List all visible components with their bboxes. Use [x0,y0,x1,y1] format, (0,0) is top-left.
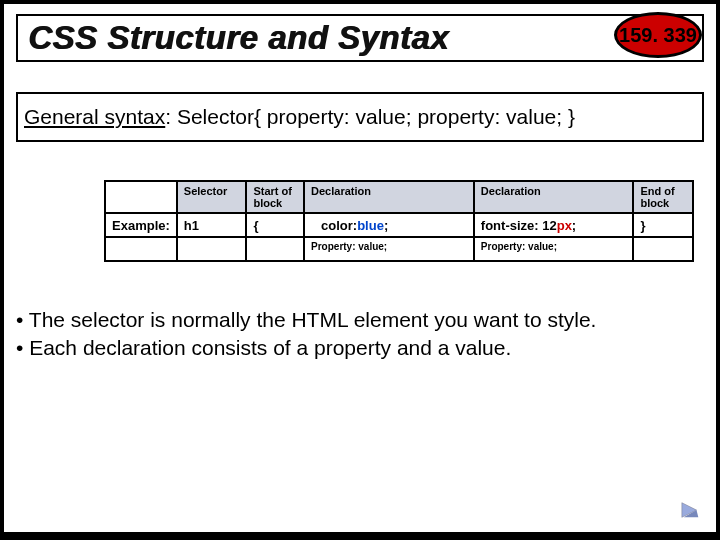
slide: CSS Structure and Syntax 159. 339 Genera… [0,0,720,540]
decl2-value: px [557,218,572,233]
example-selector: h1 [177,213,247,237]
footer-pv1: Property: value; [304,237,474,261]
course-badge: 159. 339 [614,12,702,58]
decl2-prefix: font-size: 12 [481,218,557,233]
decl1-suffix: ; [384,218,388,233]
empty-cell [105,237,177,261]
decl1-prefix: color: [321,218,357,233]
bullet-text: The selector is normally the HTML elemen… [29,308,597,331]
syntax-box: General syntax: Selector{ property: valu… [16,92,704,142]
syntax-rest: : Selector{ property: value; property: v… [165,105,575,129]
table-header-row: Selector Start of block Declaration Decl… [105,181,693,213]
bullet-item: • Each declaration consists of a propert… [16,334,704,362]
example-decl2: font-size: 12px; [474,213,634,237]
example-start: { [246,213,304,237]
table-example-row: Example: h1 { color:blue; font-size: 12p… [105,213,693,237]
table-cell-empty [105,181,177,213]
title-bar: CSS Structure and Syntax [16,14,704,62]
empty-cell [177,237,247,261]
bullet-list: • The selector is normally the HTML elem… [16,306,704,363]
hdr-endblock: End of block [633,181,693,213]
hdr-startblock: Start of block [246,181,304,213]
syntax-lead: General syntax [24,105,165,129]
example-end: } [633,213,693,237]
empty-cell [633,237,693,261]
bullet-text: Each declaration consists of a property … [29,336,511,359]
bullet-item: • The selector is normally the HTML elem… [16,306,704,334]
table-footer-row: Property: value; Property: value; [105,237,693,261]
syntax-table: Selector Start of block Declaration Decl… [104,180,694,262]
hdr-decl2: Declaration [474,181,634,213]
page-title: CSS Structure and Syntax [28,19,449,57]
decl1-value: blue [357,218,384,233]
example-label: Example: [105,213,177,237]
empty-cell [246,237,304,261]
footer-pv2: Property: value; [474,237,634,261]
hdr-decl1: Declaration [304,181,474,213]
course-number: 159. 339 [619,24,697,47]
slide-inner: CSS Structure and Syntax 159. 339 Genera… [4,4,716,532]
example-decl1: color:blue; [304,213,474,237]
decl2-suffix: ; [572,218,576,233]
hdr-selector: Selector [177,181,247,213]
next-arrow-icon[interactable] [680,500,702,520]
